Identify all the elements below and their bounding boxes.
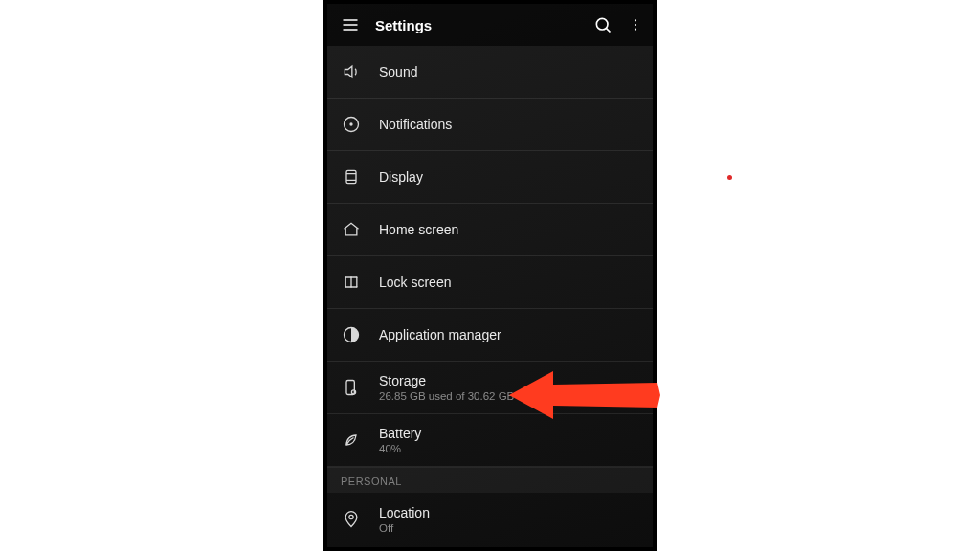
settings-list: Sound Notifications Display Home screen: [327, 46, 653, 547]
settings-item-subtitle: 40%: [379, 443, 421, 454]
section-header-personal: PERSONAL: [327, 467, 653, 493]
settings-item-lock-screen[interactable]: Lock screen: [327, 256, 653, 309]
settings-item-home-screen[interactable]: Home screen: [327, 204, 653, 256]
settings-screen: Settings Sound Notifications: [327, 4, 653, 547]
svg-point-1: [635, 19, 636, 21]
svg-rect-6: [346, 170, 356, 183]
display-icon: [341, 166, 362, 187]
settings-item-display[interactable]: Display: [327, 151, 653, 204]
svg-point-2: [635, 24, 636, 26]
more-vertical-icon[interactable]: [628, 13, 643, 36]
settings-item-label: Application manager: [379, 327, 501, 342]
settings-item-label: Notifications: [379, 117, 452, 132]
settings-item-label: Home screen: [379, 222, 458, 237]
home-icon: [341, 219, 362, 240]
notification-icon: [341, 114, 362, 135]
svg-point-3: [635, 29, 636, 31]
svg-point-16: [349, 515, 353, 518]
apps-icon: [341, 324, 362, 345]
speaker-icon: [341, 61, 362, 82]
svg-rect-14: [346, 381, 354, 395]
settings-item-location[interactable]: Location Off: [327, 493, 653, 545]
battery-leaf-icon: [341, 430, 362, 451]
location-pin-icon: [341, 509, 362, 530]
svg-point-0: [596, 18, 608, 30]
settings-item-application-manager[interactable]: Application manager: [327, 309, 653, 362]
svg-point-15: [351, 390, 355, 394]
settings-item-label: Storage: [379, 373, 514, 388]
action-bar: Settings: [327, 4, 653, 46]
settings-item-notifications[interactable]: Notifications: [327, 99, 653, 151]
settings-item-sound[interactable]: Sound: [327, 46, 653, 99]
hamburger-menu-icon[interactable]: [339, 13, 362, 36]
page-title: Settings: [375, 17, 578, 33]
annotation-dot: [727, 175, 732, 180]
settings-item-label: Battery: [379, 426, 421, 441]
lock-screen-icon: [341, 272, 362, 293]
settings-item-subtitle: 26.85 GB used of 30.62 GB: [379, 390, 514, 402]
settings-item-battery[interactable]: Battery 40%: [327, 414, 653, 467]
settings-item-label: Display: [379, 169, 423, 185]
settings-item-subtitle: Off: [379, 522, 430, 534]
settings-item-storage[interactable]: Storage 26.85 GB used of 30.62 GB: [327, 362, 653, 414]
settings-item-label: Lock screen: [379, 275, 451, 290]
settings-item-label: Sound: [379, 64, 417, 79]
search-icon[interactable]: [591, 13, 614, 36]
storage-icon: [341, 377, 362, 398]
phone-frame: Settings Sound Notifications: [323, 0, 657, 551]
svg-point-5: [349, 122, 352, 125]
settings-item-label: Location: [379, 505, 430, 520]
